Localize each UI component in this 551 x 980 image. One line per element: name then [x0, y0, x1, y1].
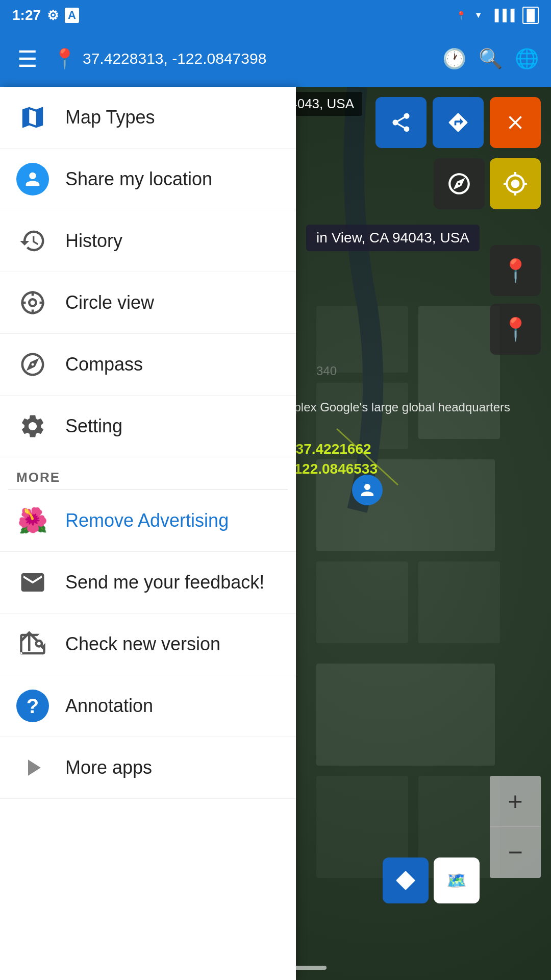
svg-rect-5: [316, 561, 408, 643]
drawer-item-feedback[interactable]: Send me your feedback!: [0, 552, 296, 614]
wifi-status-icon: ▼: [474, 11, 483, 20]
share-button[interactable]: [375, 97, 427, 148]
circle-view-icon: [16, 286, 49, 319]
globe-button[interactable]: 🌐: [515, 47, 539, 70]
home-indicator: [224, 966, 327, 970]
history-button[interactable]: 🕐: [442, 47, 466, 70]
zoom-out-button[interactable]: −: [490, 827, 541, 878]
more-section-header: MORE: [0, 457, 296, 489]
svg-rect-6: [418, 561, 500, 643]
more-apps-icon: [16, 751, 49, 784]
svg-rect-7: [316, 664, 495, 766]
compass-drawer-icon: [16, 348, 49, 381]
map-app-icons: 🗺️: [383, 857, 480, 903]
google-maps-icon[interactable]: 🗺️: [434, 857, 480, 903]
drawer-item-map-types[interactable]: Map Types: [0, 87, 296, 149]
signal-status-icon: ▐▐▐: [491, 9, 515, 22]
drawer-item-compass[interactable]: Compass: [0, 334, 296, 396]
zoom-in-button[interactable]: +: [490, 776, 541, 827]
drawer-item-more-apps[interactable]: More apps: [0, 737, 296, 799]
directions-app-icon[interactable]: [383, 857, 429, 903]
location-status-icon: 📍: [456, 11, 466, 20]
feedback-icon: [16, 566, 49, 599]
user-avatar-map: [352, 475, 383, 505]
address-chip: in View, CA 94043, USA: [306, 225, 480, 251]
setting-label: Setting: [65, 415, 122, 437]
remove-advertising-icon: 🌺: [16, 504, 49, 537]
pin-button[interactable]: 📍: [490, 245, 541, 296]
navigate-button[interactable]: [433, 97, 484, 148]
drawer-item-history[interactable]: History: [0, 210, 296, 272]
drawer-item-share-location[interactable]: Share my location: [0, 149, 296, 210]
annotation-icon: ?: [16, 690, 49, 722]
drawer-item-annotation[interactable]: ? Annotation: [0, 675, 296, 737]
share-location-label: Share my location: [65, 168, 212, 190]
share-location-icon: [16, 163, 49, 195]
hamburger-menu-button[interactable]: ☰: [12, 41, 42, 77]
location-pin-icon: 📍: [53, 47, 77, 70]
compass-label: Compass: [65, 354, 143, 375]
gear-status-icon: ⚙: [47, 8, 59, 23]
svg-point-12: [29, 299, 36, 306]
history-label: History: [65, 230, 122, 252]
close-button[interactable]: [490, 97, 541, 148]
check-version-icon: [16, 628, 49, 660]
drawer-item-remove-advertising[interactable]: 🌺 Remove Advertising: [0, 490, 296, 552]
search-button[interactable]: 🔍: [479, 47, 503, 70]
map-action-buttons: [375, 97, 541, 148]
locate-button[interactable]: [490, 158, 541, 209]
more-apps-label: More apps: [65, 757, 152, 778]
map-types-label: Map Types: [65, 107, 155, 128]
setting-icon: [16, 410, 49, 443]
navigation-drawer: Map Types Share my location History: [0, 87, 296, 980]
map-types-icon: [16, 101, 49, 134]
pin-crossed-button[interactable]: 📍: [490, 304, 541, 355]
circle-view-label: Circle view: [65, 292, 154, 313]
app-toolbar: ☰ 📍 37.4228313, -122.0847398 🕐 🔍 🌐: [0, 31, 551, 87]
history-icon: [16, 225, 49, 257]
svg-rect-3: [418, 306, 500, 439]
remove-advertising-label: Remove Advertising: [65, 510, 229, 531]
toolbar-actions: 🕐 🔍 🌐: [442, 47, 539, 70]
toolbar-location: 📍 37.4228313, -122.0847398: [53, 47, 432, 70]
drawer-item-circle-view[interactable]: Circle view: [0, 272, 296, 334]
feedback-label: Send me your feedback!: [65, 572, 264, 593]
coords-overlay: 37.4221662-122.0846533: [289, 439, 378, 479]
check-version-label: Check new version: [65, 633, 220, 655]
compass-button[interactable]: [434, 158, 485, 209]
drawer-item-check-version[interactable]: Check new version: [0, 614, 296, 675]
status-left: 1:27 ⚙ A: [12, 7, 79, 23]
drawer-item-setting[interactable]: Setting: [0, 396, 296, 457]
svg-text:340: 340: [316, 364, 337, 378]
status-time: 1:27: [12, 7, 41, 23]
status-right: 📍 ▼ ▐▐▐ █: [456, 7, 539, 24]
battery-status-icon: █: [522, 7, 539, 24]
status-bar: 1:27 ⚙ A 📍 ▼ ▐▐▐ █: [0, 0, 551, 31]
textbox-status-icon: A: [65, 8, 79, 23]
annotation-label: Annotation: [65, 695, 153, 717]
coordinates-text: 37.4228313, -122.0847398: [83, 50, 266, 67]
